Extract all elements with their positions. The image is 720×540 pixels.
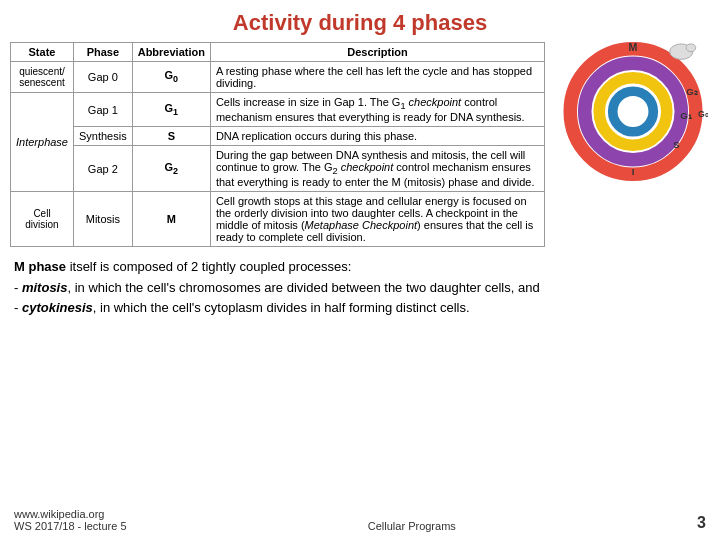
table-row: Interphase Gap 1 G1 Cells increase in si…: [11, 93, 545, 127]
phase-gap2: Gap 2: [73, 146, 132, 192]
bottom-line3: - cytokinesis, in which the cell's cytop…: [14, 298, 706, 318]
phase-mitosis: Mitosis: [73, 192, 132, 247]
bottom-line2: - mitosis, in which the cell's chromosom…: [14, 278, 706, 298]
footer-topic: Cellular Programs: [127, 520, 698, 532]
cell-cycle-diagram: M G₂ G₁ G₀ S I: [555, 42, 710, 247]
state-cell-division: Celldivision: [11, 192, 74, 247]
abbr-s: S: [132, 127, 210, 146]
header-description: Description: [210, 43, 544, 62]
desc-mitosis: Cell growth stops at this stage and cell…: [210, 192, 544, 247]
phase-gap0: Gap 0: [73, 62, 132, 93]
header-abbreviation: Abbreviation: [132, 43, 210, 62]
footer: www.wikipedia.org WS 2017/18 - lecture 5…: [0, 502, 720, 536]
desc-gap2: During the gap between DNA synthesis and…: [210, 146, 544, 192]
lecture: WS 2017/18 - lecture 5: [14, 520, 127, 532]
svg-text:I: I: [631, 166, 634, 177]
abbr-g2: G2: [132, 146, 210, 192]
mitosis-label: mitosis: [22, 280, 68, 295]
phase-synthesis: Synthesis: [73, 127, 132, 146]
svg-text:G₂: G₂: [686, 86, 698, 97]
footer-left: www.wikipedia.org WS 2017/18 - lecture 5: [14, 508, 127, 532]
abbr-g0: G0: [132, 62, 210, 93]
cell-cycle-table: State Phase Abbreviation Description qui…: [10, 42, 545, 247]
table-row: quiescent/senescent Gap 0 G0 A resting p…: [11, 62, 545, 93]
page-title: Activity during 4 phases: [0, 0, 720, 42]
abbr-m: M: [132, 192, 210, 247]
table-row: Gap 2 G2 During the gap between DNA synt…: [11, 146, 545, 192]
bottom-text: M phase itself is composed of 2 tightly …: [0, 247, 720, 321]
svg-text:G₁: G₁: [680, 110, 692, 121]
header-phase: Phase: [73, 43, 132, 62]
abbr-g1: G1: [132, 93, 210, 127]
desc-synthesis: DNA replication occurs during this phase…: [210, 127, 544, 146]
header-state: State: [11, 43, 74, 62]
website: www.wikipedia.org: [14, 508, 127, 520]
svg-text:M: M: [628, 42, 637, 53]
phase-gap1: Gap 1: [73, 93, 132, 127]
cytokinesis-label: cytokinesis: [22, 300, 93, 315]
table-row: Synthesis S DNA replication occurs durin…: [11, 127, 545, 146]
svg-text:G₀: G₀: [698, 109, 708, 119]
svg-text:S: S: [673, 139, 680, 150]
svg-point-4: [618, 97, 647, 126]
table-row: Celldivision Mitosis M Cell growth stops…: [11, 192, 545, 247]
page-number: 3: [697, 514, 706, 532]
bottom-line1: M phase itself is composed of 2 tightly …: [14, 257, 706, 277]
svg-point-7: [686, 44, 696, 52]
desc-gap1: Cells increase in size in Gap 1. The G1 …: [210, 93, 544, 127]
state-interphase: Interphase: [11, 93, 74, 192]
desc-gap0: A resting phase where the cell has left …: [210, 62, 544, 93]
state-quiescent: quiescent/senescent: [11, 62, 74, 93]
m-phase-label: M phase: [14, 259, 66, 274]
